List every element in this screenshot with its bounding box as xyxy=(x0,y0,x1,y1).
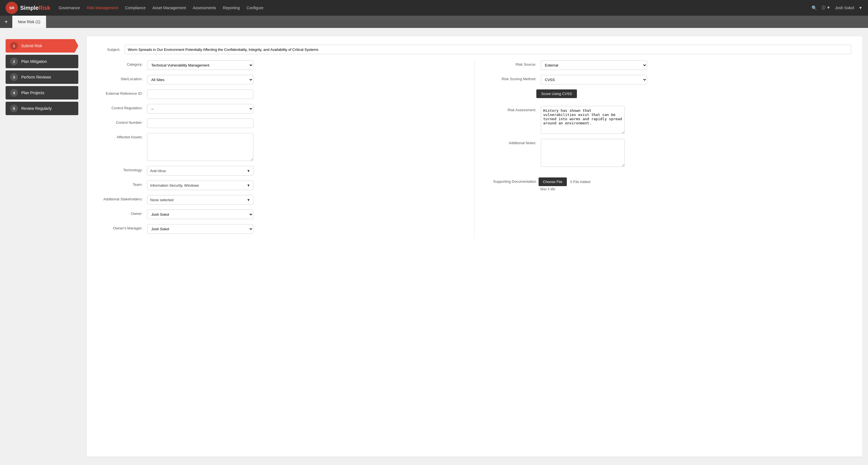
additional-stakeholders-select[interactable]: None selected ▼ xyxy=(147,195,253,205)
step-4-label: Plan Projects xyxy=(21,91,44,95)
step-4-plan-projects[interactable]: 4 Plan Projects xyxy=(6,86,78,99)
max-size-text: Max 5 Mb xyxy=(540,187,851,191)
navbar: SR SimpleRisk Governance Risk Management… xyxy=(0,0,868,15)
step-3-label: Perform Reviews xyxy=(21,75,51,79)
step-1-submit-risk[interactable]: 1 Submit Risk xyxy=(6,39,78,53)
svg-text:SR: SR xyxy=(9,6,14,10)
score-cvss-button[interactable]: Score Using CVSS xyxy=(536,90,577,98)
brand-name: SimpleRisk xyxy=(20,5,50,11)
technology-row: Technology: Anti-Virus ▼ xyxy=(98,166,458,175)
risk-source-label: Risk Source: xyxy=(492,60,536,67)
owner-label: Owner: xyxy=(98,209,143,216)
control-number-row: Control Number: xyxy=(98,119,458,128)
score-btn-row: Score Using CVSS xyxy=(492,90,851,102)
nav-configure[interactable]: Configure xyxy=(246,4,264,11)
step-5-circle: 5 xyxy=(10,104,18,112)
risk-scoring-method-label: Risk Scoring Method: xyxy=(492,75,536,81)
user-menu[interactable]: Josh Sokol xyxy=(835,6,854,10)
form-right-col: Risk Source: External Risk Scoring Metho… xyxy=(492,60,851,239)
step-3-circle: 3 xyxy=(10,73,18,81)
nav-governance[interactable]: Governance xyxy=(59,4,80,11)
search-icon[interactable]: 🔍 xyxy=(811,5,817,11)
owner-row: Owner: Josh Sokol xyxy=(98,209,458,219)
risk-source-select[interactable]: External xyxy=(541,60,647,70)
risk-assessment-textarea[interactable] xyxy=(541,106,625,134)
supporting-doc-label: Supporting Documentation xyxy=(492,177,536,184)
subject-row: Subject: xyxy=(98,45,851,54)
affected-assets-label: Affected Assets: xyxy=(98,133,143,139)
owners-manager-label: Owner's Manager: xyxy=(98,224,143,230)
nav-risk-management[interactable]: Risk Management xyxy=(87,4,118,11)
form-area: Subject: Category: Technical Vulnerabili… xyxy=(87,36,862,457)
help-icon[interactable]: ⓘ ▼ xyxy=(822,5,831,10)
owner-select[interactable]: Josh Sokol xyxy=(147,209,253,219)
control-regulation-select[interactable]: -- xyxy=(147,104,253,113)
control-number-input[interactable] xyxy=(147,119,253,128)
category-select[interactable]: Technical Vulnerability Management xyxy=(147,60,253,70)
control-regulation-row: Control Regulation: -- xyxy=(98,104,458,113)
choose-file-button[interactable]: Choose File xyxy=(538,177,567,186)
risk-assessment-row: Risk Assessment: xyxy=(492,106,851,134)
sidebar-steps: 1 Submit Risk 2 Plan Mitigation 3 Perfor… xyxy=(6,36,78,457)
step-5-review-regularly[interactable]: 5 Review Regularly xyxy=(6,102,78,115)
affected-assets-row: Affected Assets: xyxy=(98,133,458,161)
additional-notes-textarea[interactable] xyxy=(541,139,625,167)
external-ref-label: External Reference ID: xyxy=(98,90,143,96)
additional-notes-label: Additional Notes: xyxy=(492,139,536,145)
subject-label: Subject: xyxy=(98,47,120,52)
brand-logo: SR xyxy=(6,2,18,14)
team-select[interactable]: Information Security, Windows ▼ xyxy=(147,180,253,190)
site-location-select[interactable]: All Sites xyxy=(147,75,253,85)
form-left-col: Category: Technical Vulnerability Manage… xyxy=(98,60,458,239)
technology-chevron-icon: ▼ xyxy=(247,169,250,173)
owners-manager-row: Owner's Manager: Josh Sokol xyxy=(98,224,458,234)
file-status: 0 File Added xyxy=(570,180,590,184)
step-2-label: Plan Mitigation xyxy=(21,59,47,64)
file-upload-section: Choose File 0 File Added xyxy=(538,177,591,186)
risk-scoring-method-select[interactable]: CVSS xyxy=(541,75,647,85)
category-label: Category: xyxy=(98,60,143,67)
step-5-label: Review Regularly xyxy=(21,106,52,111)
tabs-bar: + New Risk (1) xyxy=(0,15,868,28)
team-row: Team: Information Security, Windows ▼ xyxy=(98,180,458,190)
main-content: 1 Submit Risk 2 Plan Mitigation 3 Perfor… xyxy=(0,28,868,465)
team-value: Information Security, Windows xyxy=(150,183,199,188)
control-number-label: Control Number: xyxy=(98,119,143,125)
step-4-circle: 4 xyxy=(10,89,18,97)
user-chevron-icon: ▼ xyxy=(859,6,862,10)
column-divider xyxy=(474,60,475,239)
additional-stakeholders-value: None selected xyxy=(150,198,174,202)
supporting-doc-section: Supporting Documentation Choose File 0 F… xyxy=(492,175,851,191)
additional-stakeholders-row: Additional Stakeholders: None selected ▼ xyxy=(98,195,458,205)
additional-stakeholders-label: Additional Stakeholders: xyxy=(98,195,143,201)
technology-select[interactable]: Anti-Virus ▼ xyxy=(147,166,253,175)
owners-manager-select[interactable]: Josh Sokol xyxy=(147,224,253,234)
nav-items: Governance Risk Management Compliance As… xyxy=(59,4,811,11)
risk-scoring-method-row: Risk Scoring Method: CVSS xyxy=(492,75,851,85)
risk-source-row: Risk Source: External xyxy=(492,60,851,70)
new-tab-button[interactable]: + xyxy=(0,15,12,28)
category-row: Category: Technical Vulnerability Manage… xyxy=(98,60,458,70)
brand: SR SimpleRisk xyxy=(6,2,50,14)
nav-assessments[interactable]: Assessments xyxy=(193,4,216,11)
step-1-label: Submit Risk xyxy=(21,43,42,48)
nav-compliance[interactable]: Compliance xyxy=(125,4,146,11)
external-ref-row: External Reference ID: xyxy=(98,90,458,99)
technology-label: Technology: xyxy=(98,166,143,172)
form-two-col: Category: Technical Vulnerability Manage… xyxy=(98,60,851,239)
external-ref-input[interactable] xyxy=(147,90,253,99)
team-label: Team: xyxy=(98,180,143,187)
affected-assets-textarea[interactable] xyxy=(147,133,253,161)
technology-value: Anti-Virus xyxy=(150,169,166,173)
nav-right: 🔍 ⓘ ▼ Josh Sokol ▼ xyxy=(811,5,862,11)
site-location-label: Site/Location: xyxy=(98,75,143,81)
subject-input[interactable] xyxy=(125,45,851,54)
step-2-plan-mitigation[interactable]: 2 Plan Mitigation xyxy=(6,55,78,68)
step-3-perform-reviews[interactable]: 3 Perform Reviews xyxy=(6,70,78,84)
step-2-circle: 2 xyxy=(10,58,18,65)
team-chevron-icon: ▼ xyxy=(247,183,250,188)
active-tab[interactable]: New Risk (1) xyxy=(12,15,46,28)
nav-asset-management[interactable]: Asset Management xyxy=(152,4,186,11)
site-location-row: Site/Location: All Sites xyxy=(98,75,458,85)
nav-reporting[interactable]: Reporting xyxy=(223,4,240,11)
